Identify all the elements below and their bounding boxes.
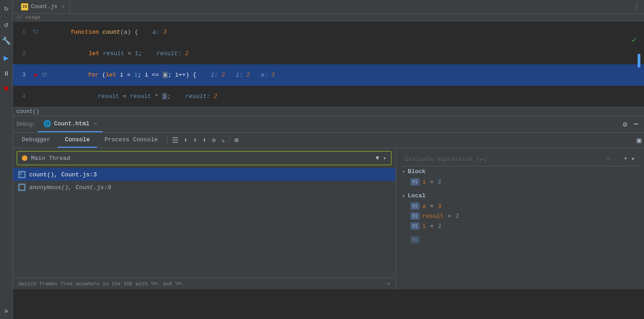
line-num-3: 3 (13, 72, 31, 78)
line-num-4: 4 (13, 93, 31, 100)
var-eq-block-i: = (430, 179, 434, 185)
local-section-header[interactable]: ▾ Local (401, 190, 639, 201)
toolbar-dock-icon[interactable]: ▣ (634, 135, 644, 146)
eval-add-icon[interactable]: + (623, 155, 627, 163)
frame-label-0: count(), Count.js:3 (29, 171, 97, 178)
var-eq-local-i: = (430, 223, 434, 230)
frame-stack-icon-1 (18, 184, 26, 191)
var-badge-local-i: 01 (410, 222, 420, 230)
line-num-2: 2 (13, 51, 31, 57)
sidebar-stop-icon[interactable]: ■ (2, 83, 10, 95)
line-content-4: result = result * i; result: 2 (40, 86, 644, 107)
debug-toolbar-icons: ⚙ − (621, 119, 640, 130)
filter-icon[interactable]: ▼ (375, 154, 379, 162)
block-section-header[interactable]: ▾ Block (401, 166, 639, 177)
var-item-a: 01 a = 3 (401, 201, 639, 211)
debug-panel: Debug: 🌐 Count.html × ⚙ − Debugger Conso… (13, 116, 644, 289)
session-tab-close[interactable]: × (94, 121, 97, 127)
debug-shield-icon: 🛡 (42, 72, 47, 78)
var-item-more: 01 (401, 235, 639, 245)
toolbar-up-icon[interactable]: ⬆ (181, 135, 190, 145)
tab-filename: Count.js (31, 4, 57, 10)
main-wrapper: JS Count.js × ⋮ // usage 1 🛡 function co… (13, 0, 644, 289)
hint-close-button[interactable]: × (387, 281, 390, 287)
tab-close-button[interactable]: × (62, 4, 65, 10)
frame-stack-icon-0 (18, 171, 26, 178)
minimize-icon[interactable]: − (632, 119, 640, 130)
tab-menu-icon[interactable]: ⋮ (633, 2, 640, 11)
toolbar-up2-icon[interactable]: ⬆ (200, 135, 209, 145)
code-line-1: 1 🛡 function count(a) { a: 3 (13, 21, 644, 43)
toolbar-step-icon[interactable]: ↘ (218, 135, 228, 145)
count-js-tab[interactable]: JS Count.js × (16, 0, 70, 13)
var-item-local-i: 01 i = 2 (401, 221, 639, 231)
line-content-3: for (let i = 1; i <= a; i++) { i: 2 i: 2… (48, 65, 644, 85)
settings-icon[interactable]: ⚙ (621, 119, 629, 130)
thread-name: Main Thread (31, 155, 372, 162)
debug-content: Main Thread ▼ ▾ count(), Count.js:3 anon… (13, 148, 644, 289)
bookmark-icon-1: 🛡 (33, 29, 38, 36)
tab-process-console[interactable]: Process Console (97, 133, 165, 148)
var-item-block-i: 01 i = 2 (401, 177, 639, 187)
frame-item-1[interactable]: anonymous(), Count.js:9 (13, 181, 395, 194)
debug-tab-bar: Debug: 🌐 Count.html × ⚙ − (13, 116, 644, 133)
green-check-icon[interactable]: ✓ (632, 35, 637, 45)
var-val-result: 2 (456, 213, 459, 220)
local-section-name: Local (408, 192, 426, 199)
line-gutter-3b: 🛡 (40, 72, 48, 78)
var-section-local: ▾ Local 01 a = 3 01 (401, 190, 639, 231)
frame-item-0[interactable]: count(), Count.js:3 (13, 168, 395, 181)
toolbar-list-icon[interactable]: ☰ (169, 135, 181, 146)
var-val-block-i: 2 (438, 179, 441, 185)
code-header: // usage (13, 14, 644, 21)
tab-debugger[interactable]: Debugger (15, 133, 57, 148)
dropdown-arrow-icon[interactable]: ▾ (383, 155, 386, 162)
sidebar-reload-icon[interactable]: ↺ (2, 18, 10, 31)
var-eq-a: = (430, 203, 434, 210)
toolbar-target-icon[interactable]: ⊙ (209, 135, 218, 145)
line-gutter-1: 🛡 (31, 29, 40, 36)
session-tab-label: Count.html (54, 120, 89, 127)
var-val-local-i: 2 (438, 223, 441, 230)
hint-text: Switch frames from anywhere in the IDE w… (18, 281, 184, 287)
scroll-indicator (638, 54, 640, 67)
code-line-4: 4 result = result * i; result: 2 (13, 86, 644, 107)
block-chevron: ▾ (402, 169, 405, 175)
sidebar-resume-icon[interactable]: ▶ (2, 51, 10, 65)
js-file-icon: JS (21, 3, 28, 10)
frames-panel: Main Thread ▼ ▾ count(), Count.js:3 anon… (13, 148, 396, 289)
var-name-block-i: i (422, 179, 426, 185)
line-content-1: function count(a) { a: 3 (40, 22, 644, 42)
tabs-row: Debugger Console Process Console ☰ ⬆ ⬇ ⬆… (13, 133, 644, 148)
eval-bar: Evaluate expression (↵) o... + ▾ (401, 152, 639, 166)
eval-placeholder: Evaluate expression (↵) (405, 155, 604, 163)
breakpoint-icon-3: ● (34, 72, 37, 79)
left-sidebar: ↻ ↺ 🔧 ▶ ⏸ ■ » (0, 0, 13, 289)
code-line-3: 3 ● 🛡 for (let i = 1; i <= a; i++) { i: … (13, 64, 644, 86)
line-gutter-3: ● (31, 72, 40, 79)
eval-dropdown-icon[interactable]: ▾ (631, 155, 635, 163)
frame-label-1: anonymous(), Count.js:9 (29, 184, 111, 191)
svg-rect-2 (19, 185, 25, 190)
var-name-a: a (422, 203, 426, 210)
code-editor: // usage 1 🛡 function count(a) { a: 3 2 … (13, 14, 644, 107)
thread-selector[interactable]: Main Thread ▼ ▾ (16, 151, 392, 165)
sidebar-wrench-icon[interactable]: 🔧 (0, 35, 13, 47)
var-name-result: result (422, 213, 444, 220)
sidebar-refresh-icon[interactable]: ↻ (2, 2, 10, 15)
code-line-2: 2 let result = 1; result: 2 (13, 43, 644, 64)
var-val-a: 3 (438, 203, 441, 210)
eval-hint: o... (607, 155, 621, 162)
var-badge-block-i: 01 (410, 178, 420, 185)
toolbar-grid-icon[interactable]: ⊞ (232, 135, 241, 145)
sidebar-pause-icon[interactable]: ⏸ (1, 68, 11, 79)
tab-console[interactable]: Console (57, 133, 97, 148)
toolbar-down-icon[interactable]: ⬇ (191, 135, 200, 145)
var-item-result: 01 result = 2 (401, 211, 639, 221)
call-stack-text: count() (16, 108, 39, 115)
svg-rect-1 (20, 173, 22, 175)
line-content-2: let result = 1; result: 2 (40, 43, 644, 64)
debug-session-tab[interactable]: 🌐 Count.html × (38, 116, 103, 132)
tab-bar: JS Count.js × ⋮ (13, 0, 644, 14)
tab-separator2 (229, 136, 230, 144)
